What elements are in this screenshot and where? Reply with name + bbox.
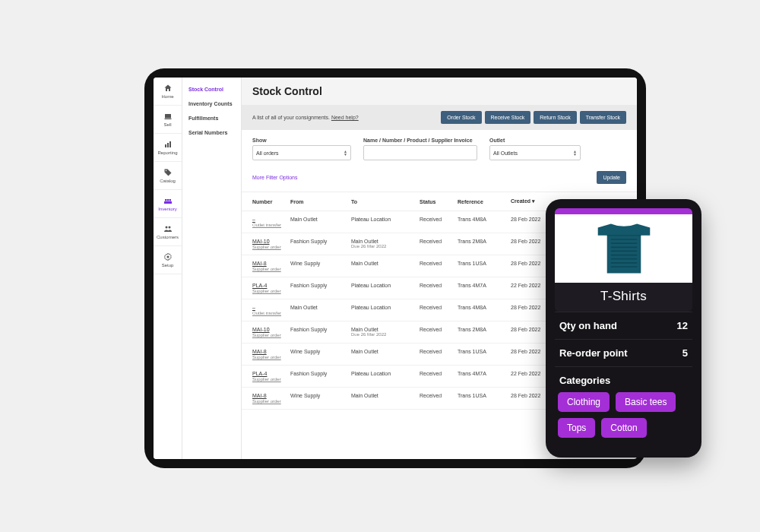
subnav-fulfillments[interactable]: Fulfillments <box>182 111 241 125</box>
from-cell: Fashion Supply <box>287 277 348 299</box>
subnav-stock-control[interactable]: Stock Control <box>182 82 241 97</box>
consignment-number-link[interactable]: MAI-10 <box>252 327 284 332</box>
consignment-number-link[interactable]: MAI-10 <box>252 239 284 244</box>
rail-label: Catalog <box>160 179 176 183</box>
svg-point-6 <box>165 226 167 229</box>
consignment-number-link[interactable]: – <box>252 305 284 310</box>
col-number[interactable]: Number <box>242 192 287 211</box>
people-icon <box>163 224 173 233</box>
reference-cell: Trans 1USA <box>454 344 508 366</box>
category-tag[interactable]: Basic tees <box>616 392 676 412</box>
rail-label: Home <box>161 94 173 99</box>
register-icon <box>163 112 173 121</box>
product-image-card: T-Shirts <box>555 208 692 312</box>
svg-rect-0 <box>165 114 171 118</box>
svg-rect-3 <box>167 143 169 147</box>
consignment-number-link[interactable]: MAI-8 <box>252 393 284 398</box>
outlet-select[interactable]: All Outlets ▲▼ <box>489 145 581 160</box>
receive-stock-button[interactable]: Receive Stock <box>485 111 531 124</box>
consignment-number-link[interactable]: MAI-8 <box>252 349 284 354</box>
col-status[interactable]: Status <box>416 192 454 211</box>
col-to[interactable]: To <box>348 192 416 211</box>
reference-cell: Trans 4M8A <box>454 299 508 321</box>
rail-label: Customers <box>157 235 179 239</box>
from-cell: Fashion Supply <box>287 233 348 255</box>
show-select[interactable]: All orders ▲▼ <box>252 145 351 160</box>
from-cell: Wine Supply <box>287 388 348 410</box>
stepper-icon: ▲▼ <box>573 150 577 156</box>
consignment-type: Outlet transfer <box>252 311 281 315</box>
order-stock-button[interactable]: Order Stock <box>441 111 481 124</box>
category-tag[interactable]: Cotton <box>601 418 646 438</box>
update-button[interactable]: Update <box>597 171 626 184</box>
to-cell: Plateau Location <box>348 277 416 299</box>
categories-heading: Categories <box>555 366 692 392</box>
nav-rail: Home Sell Reporting Catalog <box>154 78 182 459</box>
consignment-type: Supplier order <box>252 333 281 337</box>
inventory-subnav: Stock Control Inventory Counts Fulfillme… <box>182 78 242 459</box>
reference-cell: Trans 1USA <box>454 388 508 410</box>
more-filter-options-link[interactable]: More Filter Options <box>252 175 298 180</box>
category-tag[interactable]: Clothing <box>558 392 610 412</box>
consignment-type: Outlet transfer <box>252 223 281 227</box>
from-cell: Wine Supply <box>287 344 348 366</box>
status-cell: Received <box>416 233 454 255</box>
svg-point-8 <box>166 256 169 258</box>
to-cell: Main Outlet <box>348 255 416 277</box>
from-cell: Main Outlet <box>287 299 348 321</box>
chart-icon <box>163 140 173 149</box>
rail-label: Inventory <box>158 207 177 211</box>
product-title: T-Shirts <box>555 283 692 312</box>
transfer-stock-button[interactable]: Transfer Stock <box>580 111 626 124</box>
rail-inventory[interactable]: Inventory <box>154 190 182 218</box>
consignment-type: Supplier order <box>252 245 281 249</box>
subnav-serial-numbers[interactable]: Serial Numbers <box>182 125 241 140</box>
svg-rect-4 <box>169 141 171 147</box>
from-cell: Fashion Supply <box>287 321 348 344</box>
page-title: Stock Control <box>252 85 626 97</box>
consignment-type: Supplier order <box>252 399 281 404</box>
svg-rect-2 <box>165 144 166 147</box>
to-cell: Plateau Location <box>348 366 416 388</box>
status-cell: Received <box>416 277 454 299</box>
qty-on-hand-row: Qty on hand 12 <box>555 312 692 339</box>
reorder-point-row: Re-order point 5 <box>555 339 692 366</box>
reference-cell: Trans 4M7A <box>454 277 508 299</box>
category-tag[interactable]: Tops <box>558 418 595 438</box>
category-tags: ClothingBasic teesTopsCotton <box>555 392 692 448</box>
reference-cell: Trans 2M8A <box>454 321 508 344</box>
rail-catalog[interactable]: Catalog <box>154 162 182 190</box>
consignment-number-link[interactable]: PLA-4 <box>252 283 284 288</box>
outlet-label: Outlet <box>489 138 581 143</box>
consignment-number-link[interactable]: PLA-4 <box>252 371 284 376</box>
rail-reporting[interactable]: Reporting <box>154 134 182 162</box>
to-cell: Main Outlet <box>348 388 416 410</box>
rail-setup[interactable]: Setup <box>154 246 182 274</box>
rail-home[interactable]: Home <box>154 78 182 106</box>
consignment-number-link[interactable]: – <box>252 217 284 222</box>
to-cell: Main OutletDue 26 Mar 2022 <box>348 233 416 255</box>
home-icon <box>163 84 173 93</box>
consignment-type: Supplier order <box>252 355 281 359</box>
status-cell: Received <box>416 299 454 321</box>
reorder-value: 5 <box>682 347 688 359</box>
show-label: Show <box>252 138 351 143</box>
status-cell: Received <box>416 366 454 388</box>
consignment-type: Supplier order <box>252 289 281 293</box>
name-filter-input[interactable] <box>363 145 477 160</box>
col-reference[interactable]: Reference <box>454 192 508 211</box>
need-help-link[interactable]: Need help? <box>331 115 359 120</box>
product-detail-card: T-Shirts Qty on hand 12 Re-order point 5… <box>546 199 701 458</box>
page-header: Stock Control <box>242 78 637 105</box>
col-from[interactable]: From <box>287 192 348 211</box>
svg-point-5 <box>165 170 166 172</box>
return-stock-button[interactable]: Return Stock <box>534 111 576 124</box>
subnav-inventory-counts[interactable]: Inventory Counts <box>182 97 241 111</box>
rail-sell[interactable]: Sell <box>154 106 182 134</box>
gear-icon <box>163 252 173 261</box>
rail-customers[interactable]: Customers <box>154 218 182 246</box>
action-buttons: Order Stock Receive Stock Return Stock T… <box>441 111 626 124</box>
consignment-number-link[interactable]: MAI-8 <box>252 261 284 266</box>
stepper-icon: ▲▼ <box>344 150 347 156</box>
qty-value: 12 <box>677 320 688 331</box>
